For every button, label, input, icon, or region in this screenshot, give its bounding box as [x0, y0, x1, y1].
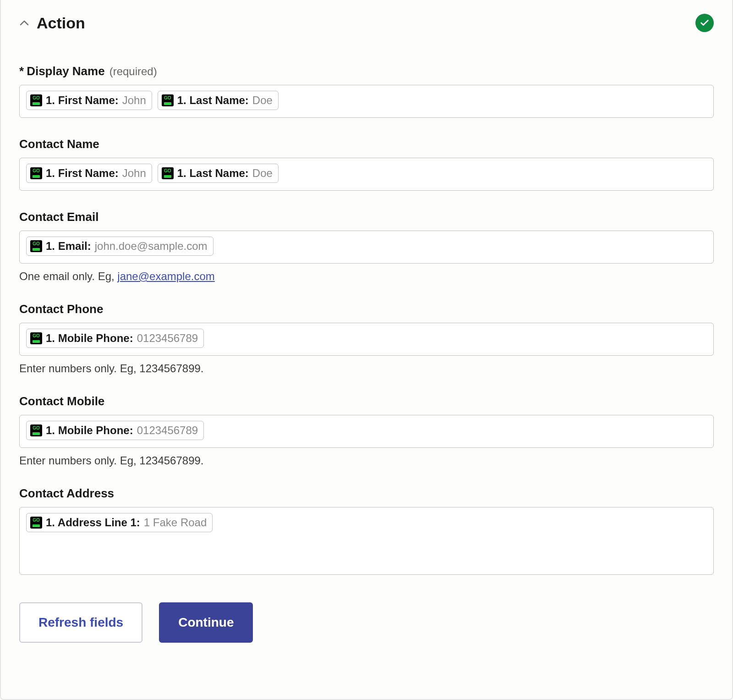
help-text: Enter numbers only. Eg, 1234567899.: [19, 454, 714, 467]
panel-title: Action: [37, 14, 85, 32]
pill-first-name[interactable]: 1. First Name: John: [26, 164, 152, 183]
pill-address-line-1[interactable]: 1. Address Line 1: 1 Fake Road: [26, 513, 213, 532]
pill-value: 0123456789: [137, 424, 198, 437]
pill-value: John: [122, 167, 146, 180]
field-label-row: Contact Email: [19, 210, 714, 224]
goproposal-icon: [30, 94, 42, 106]
pill-label: 1. Mobile Phone:: [46, 424, 133, 437]
field-display-name: *Display Name (required) 1. First Name: …: [19, 64, 714, 118]
pill-value: Doe: [252, 167, 273, 180]
chevron-up-icon[interactable]: [19, 18, 29, 28]
pill-value: 0123456789: [137, 332, 198, 345]
help-text: One email only. Eg, jane@example.com: [19, 270, 714, 283]
button-row: Refresh fields Continue: [19, 602, 714, 643]
pill-label: 1. Address Line 1:: [46, 516, 140, 529]
pill-mobile-phone[interactable]: 1. Mobile Phone: 0123456789: [26, 421, 204, 440]
pill-value: 1 Fake Road: [144, 516, 207, 529]
goproposal-icon: [30, 332, 42, 344]
field-label: Contact Name: [19, 137, 99, 151]
pill-label: 1. Last Name:: [177, 167, 249, 180]
field-label-row: Contact Mobile: [19, 394, 714, 408]
pill-email[interactable]: 1. Email: john.doe@sample.com: [26, 237, 213, 256]
pill-value: John: [122, 94, 146, 107]
refresh-fields-button[interactable]: Refresh fields: [19, 602, 142, 643]
pill-label: 1. First Name:: [46, 167, 119, 180]
field-contact-email: Contact Email 1. Email: john.doe@sample.…: [19, 210, 714, 283]
pill-first-name[interactable]: 1. First Name: John: [26, 91, 152, 110]
help-example-link[interactable]: jane@example.com: [117, 270, 214, 282]
goproposal-icon: [30, 167, 42, 179]
field-label: Contact Mobile: [19, 394, 104, 408]
field-label: Contact Phone: [19, 302, 103, 316]
pill-last-name[interactable]: 1. Last Name: Doe: [158, 164, 279, 183]
display-name-input[interactable]: 1. First Name: John 1. Last Name: Doe: [19, 85, 714, 118]
goproposal-icon: [162, 167, 174, 179]
field-contact-mobile: Contact Mobile 1. Mobile Phone: 01234567…: [19, 394, 714, 467]
field-label-text: Display Name: [27, 64, 105, 78]
required-asterisk: *: [19, 64, 24, 78]
contact-email-input[interactable]: 1. Email: john.doe@sample.com: [19, 231, 714, 264]
help-text-prefix: One email only. Eg,: [19, 270, 117, 282]
contact-phone-input[interactable]: 1. Mobile Phone: 0123456789: [19, 323, 714, 356]
pill-last-name[interactable]: 1. Last Name: Doe: [158, 91, 279, 110]
action-panel: Action *Display Name (required) 1. First…: [0, 0, 733, 700]
contact-address-input[interactable]: 1. Address Line 1: 1 Fake Road: [19, 507, 714, 575]
field-label: Contact Email: [19, 210, 98, 224]
field-label-row: *Display Name (required): [19, 64, 714, 78]
help-text: Enter numbers only. Eg, 1234567899.: [19, 362, 714, 375]
pill-label: 1. Email:: [46, 240, 91, 253]
field-label-row: Contact Address: [19, 486, 714, 501]
pill-label: 1. Mobile Phone:: [46, 332, 133, 345]
pill-value: john.doe@sample.com: [95, 240, 208, 253]
continue-button[interactable]: Continue: [159, 602, 253, 643]
contact-mobile-input[interactable]: 1. Mobile Phone: 0123456789: [19, 415, 714, 448]
goproposal-icon: [30, 424, 42, 436]
contact-name-input[interactable]: 1. First Name: John 1. Last Name: Doe: [19, 158, 714, 191]
goproposal-icon: [30, 517, 42, 529]
status-check-icon: [695, 14, 714, 32]
required-text: (required): [109, 65, 157, 78]
goproposal-icon: [162, 94, 174, 106]
pill-mobile-phone[interactable]: 1. Mobile Phone: 0123456789: [26, 329, 204, 348]
pill-value: Doe: [252, 94, 273, 107]
field-label: Contact Address: [19, 486, 114, 501]
pill-label: 1. Last Name:: [177, 94, 249, 107]
field-label: *Display Name: [19, 64, 105, 78]
pill-label: 1. First Name:: [46, 94, 119, 107]
field-label-row: Contact Phone: [19, 302, 714, 316]
field-contact-phone: Contact Phone 1. Mobile Phone: 012345678…: [19, 302, 714, 375]
field-contact-address: Contact Address 1. Address Line 1: 1 Fak…: [19, 486, 714, 575]
field-label-row: Contact Name: [19, 137, 714, 151]
panel-header-left: Action: [19, 14, 85, 32]
panel-header: Action: [19, 14, 714, 32]
field-contact-name: Contact Name 1. First Name: John 1. Last…: [19, 137, 714, 191]
goproposal-icon: [30, 240, 42, 252]
